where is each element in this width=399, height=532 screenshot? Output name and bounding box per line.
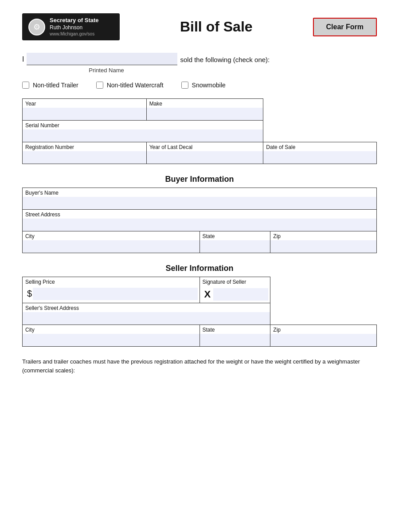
logo-text: Secretary of State Ruth Johnson www.Mich…: [50, 17, 99, 37]
seller-street-input[interactable]: [23, 312, 270, 325]
selling-price-cell: Selling Price $: [23, 277, 200, 303]
logo-name: Ruth Johnson: [50, 24, 99, 31]
page-title: Bill of Sale: [120, 19, 313, 35]
signature-of-seller-label: Signature of Seller: [200, 277, 270, 286]
seller-street-label: Seller's Street Address: [23, 303, 270, 312]
table-row: Year Make: [23, 99, 377, 121]
snowmobile-checkbox[interactable]: [181, 82, 188, 89]
checkbox-non-titled-trailer[interactable]: Non-titled Trailer: [22, 82, 78, 89]
seller-city-label: City: [23, 325, 200, 334]
selling-price-input[interactable]: [33, 288, 197, 300]
serial-number-cell: Serial Number: [23, 121, 263, 142]
checkbox-non-titled-watercraft[interactable]: Non-titled Watercraft: [96, 82, 164, 89]
seller-state-label: State: [200, 325, 270, 334]
checkbox-snowmobile[interactable]: Snowmobile: [181, 82, 226, 89]
logo-url: www.Michigan.gov/sos: [50, 31, 99, 37]
selling-price-label: Selling Price: [23, 277, 200, 286]
buyer-street-input[interactable]: [23, 219, 376, 231]
signature-of-seller-cell: Signature of Seller X: [200, 277, 270, 303]
non-titled-trailer-checkbox[interactable]: [22, 82, 29, 89]
seller-zip-cell: Zip: [270, 325, 377, 347]
table-row: City State Zip: [23, 231, 377, 253]
table-row: Serial Number: [23, 121, 377, 142]
registration-number-cell: Registration Number: [23, 142, 147, 164]
table-row: Registration Number Year of Last Decal D…: [23, 142, 377, 164]
seller-table: Selling Price $ Signature of Seller X Se…: [22, 277, 377, 347]
year-cell: Year: [23, 99, 147, 121]
x-sign: X: [202, 287, 214, 302]
seller-state-input[interactable]: [200, 334, 270, 346]
year-input[interactable]: [23, 108, 146, 120]
make-cell: Make: [146, 99, 263, 121]
clear-form-button[interactable]: Clear Form: [313, 18, 377, 36]
buyer-city-label: City: [23, 231, 200, 240]
logo-title: Secretary of State: [50, 17, 99, 24]
sold-line: I sold the following (check one):: [22, 53, 377, 65]
serial-number-label: Serial Number: [23, 121, 263, 129]
vehicle-table: Year Make Serial Number Registration Num…: [22, 98, 377, 164]
printed-name-label: Printed Name: [31, 67, 182, 74]
buyer-street-label: Street Address: [23, 210, 376, 219]
buyer-state-cell: State: [200, 231, 270, 253]
non-titled-watercraft-label: Non-titled Watercraft: [107, 82, 164, 89]
table-row: Seller's Street Address: [23, 303, 377, 325]
sold-text: sold the following (check one):: [180, 56, 270, 65]
registration-number-label: Registration Number: [23, 142, 146, 151]
year-last-decal-cell: Year of Last Decal: [146, 142, 263, 164]
buyer-state-input[interactable]: [200, 240, 270, 253]
table-row: Selling Price $ Signature of Seller X: [23, 277, 377, 303]
serial-number-input[interactable]: [23, 129, 263, 142]
year-last-decal-input[interactable]: [147, 151, 263, 164]
printed-name-input[interactable]: [27, 53, 177, 65]
buyer-zip-input[interactable]: [270, 240, 376, 253]
table-row: Street Address: [23, 210, 377, 231]
seller-zip-label: Zip: [270, 325, 376, 334]
buyer-zip-label: Zip: [270, 231, 376, 240]
buyer-section-title: Buyer Information: [22, 175, 377, 184]
seller-section-title: Seller Information: [22, 264, 377, 273]
buyers-name-cell: Buyer's Name: [23, 188, 377, 210]
seller-street-cell: Seller's Street Address: [23, 303, 270, 325]
buyer-table: Buyer's Name Street Address City State: [22, 188, 377, 253]
buyer-state-label: State: [200, 231, 270, 240]
footer-text: Trailers and trailer coaches must have t…: [22, 357, 377, 375]
checkbox-row: Non-titled Trailer Non-titled Watercraft…: [22, 82, 377, 89]
non-titled-trailer-label: Non-titled Trailer: [33, 82, 78, 89]
buyer-city-cell: City: [23, 231, 200, 253]
price-input-row: $: [23, 286, 200, 301]
make-label: Make: [147, 99, 263, 108]
date-of-sale-input[interactable]: [263, 151, 376, 164]
buyers-name-input[interactable]: [23, 197, 376, 209]
table-row: City State Zip: [23, 325, 377, 347]
seal-icon: ⚙: [28, 19, 45, 35]
page-header: ⚙ Secretary of State Ruth Johnson www.Mi…: [22, 13, 377, 40]
seller-city-input[interactable]: [23, 334, 200, 346]
i-label: I: [22, 55, 24, 65]
non-titled-watercraft-checkbox[interactable]: [96, 82, 103, 89]
buyer-zip-cell: Zip: [270, 231, 377, 253]
date-of-sale-label: Date of Sale: [263, 142, 376, 151]
buyers-name-label: Buyer's Name: [23, 188, 376, 197]
date-of-sale-cell: Date of Sale: [263, 142, 377, 164]
logo-box: ⚙ Secretary of State Ruth Johnson www.Mi…: [22, 13, 120, 40]
registration-number-input[interactable]: [23, 151, 146, 164]
snowmobile-label: Snowmobile: [192, 82, 226, 89]
dollar-sign: $: [24, 287, 33, 301]
seller-city-cell: City: [23, 325, 200, 347]
seller-state-cell: State: [200, 325, 270, 347]
buyer-street-cell: Street Address: [23, 210, 377, 231]
seller-zip-input[interactable]: [270, 334, 376, 346]
seller-signature-input[interactable]: [213, 288, 268, 301]
make-input[interactable]: [147, 108, 263, 120]
table-row: Buyer's Name: [23, 188, 377, 210]
buyer-city-input[interactable]: [23, 240, 200, 253]
year-last-decal-label: Year of Last Decal: [147, 142, 263, 151]
year-label: Year: [23, 99, 146, 108]
